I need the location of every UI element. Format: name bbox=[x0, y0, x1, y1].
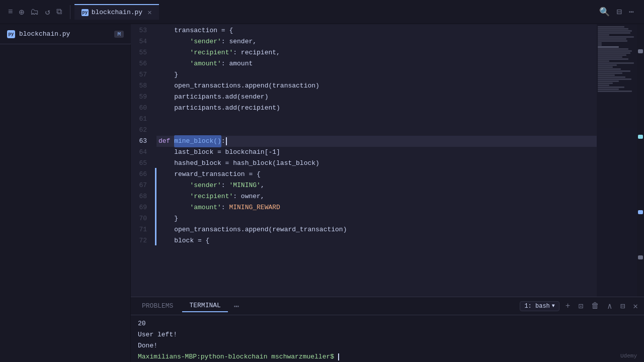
line-num-72: 72 bbox=[131, 235, 147, 246]
line-num-71: 71 bbox=[131, 224, 147, 235]
split-terminal-button[interactable]: ⊡ bbox=[576, 300, 585, 312]
minimap-line bbox=[598, 62, 634, 64]
code-line-55: 'recipient': recipient, bbox=[156, 47, 597, 58]
terminal-right-controls: 1: bash ▼ + ⊡ 🗑 ∧ ⊟ ✕ bbox=[520, 300, 640, 312]
line-num-61: 61 bbox=[131, 114, 147, 125]
line-num-63: 63 bbox=[131, 136, 147, 147]
main-layout: py blockchain.py M 53 54 55 56 57 58 59 … bbox=[0, 24, 644, 362]
more-icon[interactable]: ⋯ bbox=[629, 7, 634, 17]
code-line-62 bbox=[156, 125, 597, 136]
minimap-line bbox=[598, 38, 626, 40]
terminal-line-3: Done! bbox=[138, 340, 637, 351]
minimap-line bbox=[598, 80, 619, 82]
line-num-54: 54 bbox=[131, 36, 147, 47]
terminal-panel: PROBLEMS TERMINAL ⋯ 1: bash ▼ + ⊡ 🗑 ∧ ⊟ … bbox=[131, 297, 644, 362]
minimap-line bbox=[598, 78, 631, 80]
line-numbers: 53 54 55 56 57 58 59 60 61 62 63 64 65 6… bbox=[131, 24, 155, 297]
code-line-63: def mine_block(): bbox=[156, 136, 597, 147]
add-terminal-button[interactable]: + bbox=[564, 301, 573, 312]
shell-selector[interactable]: 1: bash ▼ bbox=[520, 301, 559, 311]
terminal-more-icon[interactable]: ⋯ bbox=[230, 301, 244, 312]
terminal-content[interactable]: 20 User left! Done! Maximilians-MBP:pyth… bbox=[131, 315, 644, 362]
minimap-line bbox=[598, 60, 609, 62]
line-num-57: 57 bbox=[131, 69, 147, 80]
code-line-61 bbox=[156, 114, 597, 125]
line-num-66: 66 bbox=[131, 169, 147, 180]
udemy-watermark: Udemy bbox=[620, 353, 637, 359]
sidebar-file-tab[interactable]: py blockchain.py M bbox=[0, 24, 131, 44]
minimap-line bbox=[598, 86, 624, 88]
code-line-67: 'sender': 'MINING', bbox=[156, 180, 597, 191]
titlebar-divider bbox=[70, 5, 70, 19]
terminal-tabs: PROBLEMS TERMINAL ⋯ 1: bash ▼ + ⊡ 🗑 ∧ ⊟ … bbox=[131, 297, 644, 315]
open-folder-icon[interactable]: 🗂 bbox=[30, 7, 39, 17]
code-line-70: } bbox=[156, 213, 597, 224]
tab-problems[interactable]: PROBLEMS bbox=[135, 300, 180, 312]
minimap-line bbox=[598, 82, 613, 84]
terminal-line-4: Maximilians-MBP:python-blockchain mschwa… bbox=[138, 351, 637, 362]
code-line-72: block = { bbox=[156, 235, 597, 246]
minimap-line bbox=[598, 54, 626, 56]
scroll-marker-4 bbox=[638, 255, 643, 259]
code-content[interactable]: transaction = { 'sender': sender, 'recip… bbox=[156, 24, 597, 297]
minimap-line bbox=[598, 46, 619, 48]
code-editor[interactable]: 53 54 55 56 57 58 59 60 61 62 63 64 65 6… bbox=[131, 24, 644, 297]
tab-close-icon[interactable]: ✕ bbox=[147, 8, 151, 17]
minimap-line bbox=[598, 58, 628, 60]
line-num-69: 69 bbox=[131, 202, 147, 213]
tab-terminal[interactable]: TERMINAL bbox=[182, 300, 227, 312]
code-line-57: } bbox=[156, 69, 597, 80]
minimap-line bbox=[598, 32, 630, 34]
layout-icon[interactable]: ⊟ bbox=[617, 7, 622, 17]
code-line-71: open_transactions.append(reward_transact… bbox=[156, 224, 597, 235]
minimap bbox=[597, 24, 637, 297]
maximize-terminal-button[interactable]: ⊟ bbox=[618, 300, 627, 312]
code-line-65: hashed_block = hash_block(last_block) bbox=[156, 158, 597, 169]
minimap-line bbox=[598, 50, 632, 52]
minimap-line bbox=[598, 72, 622, 74]
python-file-icon: py bbox=[82, 9, 89, 16]
minimap-line bbox=[598, 90, 632, 92]
chevron-down-icon: ▼ bbox=[552, 303, 555, 309]
minimap-line bbox=[598, 40, 627, 42]
collapse-terminal-button[interactable]: ∧ bbox=[605, 300, 614, 312]
code-line-68: 'recipient': owner, bbox=[156, 191, 597, 202]
terminal-prompt: Maximilians-MBP:python-blockchain mschwa… bbox=[138, 353, 338, 360]
minimap-line bbox=[598, 76, 625, 78]
cursor bbox=[226, 137, 230, 145]
code-line-58: open_transactions.append(transaction) bbox=[156, 80, 597, 92]
refresh-icon[interactable]: ↺ bbox=[45, 7, 50, 17]
code-line-56: 'amount': amount bbox=[156, 58, 597, 69]
line-num-65: 65 bbox=[131, 158, 147, 169]
line-num-59: 59 bbox=[131, 92, 147, 103]
minimap-line bbox=[598, 36, 634, 38]
close-terminal-button[interactable]: ✕ bbox=[631, 300, 640, 312]
scrollbar-area bbox=[637, 24, 644, 297]
new-file-icon[interactable]: ⊕ bbox=[19, 7, 25, 18]
line-num-56: 56 bbox=[131, 58, 147, 69]
minimap-line bbox=[598, 52, 630, 54]
menu-icon[interactable]: ≡ bbox=[8, 8, 13, 17]
titlebar-icon-group: ≡ ⊕ 🗂 ↺ ⧉ bbox=[4, 7, 66, 18]
gutter-indicators bbox=[155, 24, 156, 297]
trash-terminal-button[interactable]: 🗑 bbox=[589, 300, 601, 312]
scroll-marker-3 bbox=[638, 210, 643, 214]
code-line-54: 'sender': sender, bbox=[156, 36, 597, 47]
line-num-62: 62 bbox=[131, 125, 147, 136]
line-num-60: 60 bbox=[131, 103, 147, 114]
minimap-line bbox=[598, 42, 602, 44]
search-icon[interactable]: 🔍 bbox=[599, 7, 610, 17]
sidebar-python-icon: py bbox=[7, 30, 15, 38]
minimap-line bbox=[598, 88, 619, 90]
scroll-marker-1 bbox=[638, 49, 643, 53]
editor-tab[interactable]: py blockchain.py ✕ bbox=[74, 4, 159, 20]
scope-indicator bbox=[155, 168, 156, 245]
minimap-line bbox=[598, 68, 621, 70]
line-num-58: 58 bbox=[131, 80, 147, 92]
scroll-marker-2 bbox=[638, 135, 643, 139]
copy-icon[interactable]: ⧉ bbox=[56, 7, 62, 17]
minimap-line bbox=[598, 48, 628, 50]
shell-label: 1: bash bbox=[524, 303, 549, 310]
line-num-53: 53 bbox=[131, 25, 147, 36]
left-sidebar: py blockchain.py M bbox=[0, 24, 131, 362]
